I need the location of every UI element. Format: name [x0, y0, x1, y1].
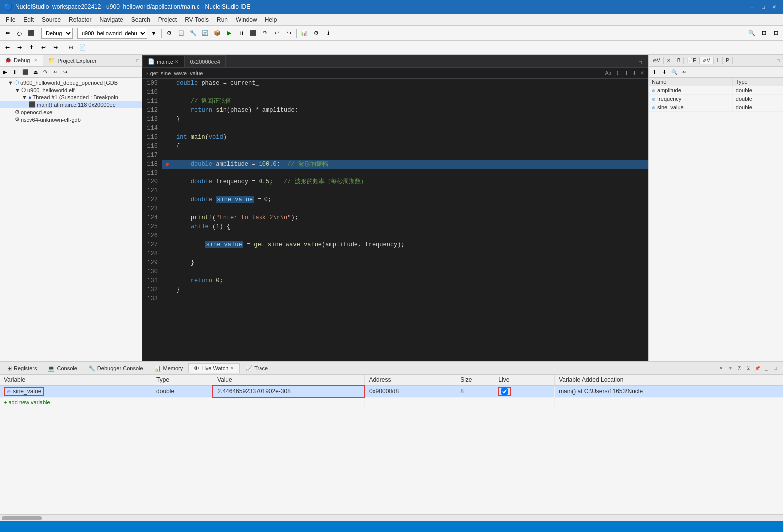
menu-run[interactable]: Run — [213, 15, 232, 24]
bottom-scrollbar[interactable] — [0, 514, 783, 521]
menu-rvtools[interactable]: RV-Tools — [181, 15, 213, 24]
toolbar-dropdown-arrow[interactable]: ▼ — [148, 28, 159, 39]
toolbar-stop[interactable]: ⬛ — [26, 28, 37, 39]
right-tab-p[interactable]: P — [723, 57, 733, 64]
toolbar-stepreturn[interactable]: ↪ — [283, 28, 294, 39]
var-btn2[interactable]: ⬇ — [660, 68, 669, 76]
tree-item-thread[interactable]: ▼ ● Thread #1 (Suspended : Breakpoin — [0, 94, 142, 101]
panel-maximize-btn[interactable]: □ — [134, 57, 142, 65]
tab-memory[interactable]: 📊 Memory — [149, 363, 189, 373]
lw-row-add-variable[interactable]: + add new variable — [0, 397, 783, 407]
right-tab-b[interactable]: ✕ — [664, 57, 674, 64]
toolbar-info[interactable]: ℹ — [323, 28, 334, 39]
menu-project[interactable]: Project — [154, 15, 181, 24]
menu-refactor[interactable]: Refactor — [65, 15, 95, 24]
toolbar-run[interactable]: ▶ — [224, 28, 235, 39]
right-tab-v2[interactable]: 📄E — [684, 57, 700, 64]
lw-row-sine-value[interactable]: ⊛ sine_value double 2.4464659233701902e-… — [0, 385, 783, 397]
toolbar-stepover[interactable]: ↩ — [271, 28, 282, 39]
tree-item-openocd[interactable]: ⚙ openocd.exe — [0, 108, 142, 116]
bottom-scrollbar-thumb[interactable] — [2, 516, 42, 520]
toolbar-stop2[interactable]: ⬛ — [248, 28, 259, 39]
breadcrumb-text[interactable]: get_sine_wave_value — [150, 70, 203, 76]
right-tab-v3[interactable]: ✐V — [700, 57, 714, 64]
tree-item-debug-session[interactable]: ▼ ⬡ u900_helloworld_debug_openocd [GDB — [0, 79, 142, 86]
breadcrumb-btn2[interactable]: ⭥ — [615, 70, 620, 76]
panel-minimize-btn[interactable]: _ — [125, 57, 133, 65]
toolbar2-next[interactable]: ➡ — [14, 42, 25, 53]
toolbar-back[interactable]: ⬅ — [2, 28, 13, 39]
bottom-panel-minimize[interactable]: _ — [762, 364, 770, 372]
menu-window[interactable]: Window — [232, 15, 261, 24]
tree-item-gdb[interactable]: ⚙ riscv64-unknown-elf-gdb — [0, 116, 142, 123]
toolbar-layout[interactable]: ⊞ — [758, 28, 769, 39]
debug-suspend-btn[interactable]: ⏸ — [11, 68, 20, 76]
editor-minimize-btn[interactable]: _ — [623, 57, 633, 67]
bottom-panel-btn2[interactable]: ≋ — [726, 364, 734, 372]
bottom-panel-btn1[interactable]: ✕ — [717, 364, 725, 372]
tab-debug[interactable]: 🐞 Debug ✕ — [0, 55, 43, 66]
toolbar2-btn4[interactable]: 📄 — [77, 42, 88, 53]
close-mainc[interactable]: ✕ — [175, 59, 179, 64]
toolbar2-btn3[interactable]: ⊛ — [65, 42, 76, 53]
tree-item-main[interactable]: ⬛ main() at main.c:118 0x20000ee — [0, 101, 142, 108]
debug-close[interactable]: ✕ — [34, 58, 38, 63]
right-tab-e[interactable]: B — [674, 57, 684, 64]
toolbar-forward[interactable]: ⭮ — [14, 28, 25, 39]
toolbar2-up[interactable]: ⬆ — [26, 42, 37, 53]
var-btn4[interactable]: ↩ — [680, 68, 689, 76]
tab-console[interactable]: 💻 Console — [42, 363, 82, 373]
toolbar-step[interactable]: ↷ — [260, 28, 270, 39]
breadcrumb-close[interactable]: ✕ — [640, 70, 644, 76]
debug-resume-btn[interactable]: ▶ — [1, 68, 10, 76]
tab-trace[interactable]: 📈 Trace — [240, 363, 273, 373]
toolbar-btn2[interactable]: 📋 — [176, 28, 187, 39]
maximize-button[interactable]: □ — [758, 2, 768, 11]
var-row-frequency[interactable]: ⊛ frequency double — [649, 95, 783, 103]
add-variable-btn[interactable]: + add new variable — [4, 399, 50, 405]
toolbar-search[interactable]: 🔍 — [746, 28, 757, 39]
toolbar-btn3[interactable]: 🔧 — [188, 28, 199, 39]
var-btn1[interactable]: ⬆ — [650, 68, 659, 76]
tab-project-explorer[interactable]: 📁 Project Explorer — [43, 55, 102, 66]
close-live-watch[interactable]: ✕ — [230, 366, 234, 371]
editor-tab-address[interactable]: 0x20000ee4 — [184, 55, 226, 67]
right-tab-l[interactable]: L — [714, 57, 723, 64]
menu-navigate[interactable]: Navigate — [95, 15, 127, 24]
debug-terminate-btn[interactable]: ⬛ — [21, 68, 30, 76]
toolbar2-btn2[interactable]: ↪ — [50, 42, 61, 53]
menu-source[interactable]: Source — [38, 15, 65, 24]
close-button[interactable]: ✕ — [769, 2, 779, 11]
toolbar-pause[interactable]: ⏸ — [236, 28, 247, 39]
right-panel-maximize[interactable]: □ — [774, 57, 782, 65]
bottom-panel-btn3[interactable]: ⊼ — [735, 364, 743, 372]
toolbar-btn4[interactable]: 🔄 — [200, 28, 211, 39]
menu-search[interactable]: Search — [127, 15, 154, 24]
var-btn3[interactable]: 🔍 — [670, 68, 679, 76]
right-tab-v1[interactable]: ⊛V — [650, 57, 664, 64]
bottom-panel-pin[interactable]: 📌 — [753, 364, 761, 372]
run-config-dropdown[interactable]: u900_helloworld_debug_... — [77, 28, 147, 39]
menu-file[interactable]: File — [2, 15, 19, 24]
editor-tab-mainc[interactable]: 📄 main.c ✕ — [142, 55, 184, 67]
minimize-button[interactable]: ─ — [747, 2, 757, 11]
tab-debugger-console[interactable]: 🔧 Debugger Console — [83, 363, 149, 373]
bottom-panel-btn4[interactable]: ⊻ — [744, 364, 752, 372]
toolbar-settings[interactable]: ⚙ — [311, 28, 322, 39]
right-panel-minimize[interactable]: _ — [765, 57, 773, 65]
tab-live-watch[interactable]: 👁 Live Watch ✕ — [188, 363, 240, 373]
toolbar-layout2[interactable]: ⊟ — [770, 28, 781, 39]
tab-registers[interactable]: ⊞ Registers — [2, 363, 42, 373]
toolbar2-prev[interactable]: ⬅ — [2, 42, 13, 53]
toolbar-btn5[interactable]: 📦 — [212, 28, 223, 39]
live-checkbox[interactable] — [501, 388, 508, 395]
bottom-panel-maximize[interactable]: □ — [771, 364, 779, 372]
var-row-amplitude[interactable]: ⊛ amplitude double — [649, 86, 783, 95]
menu-edit[interactable]: Edit — [19, 15, 38, 24]
editor-maximize-btn[interactable]: □ — [635, 57, 645, 67]
code-editor[interactable]: 109 double phase = current_ 110 111 // 返… — [142, 79, 648, 361]
var-row-sine-value[interactable]: ⊛ sine_value double — [649, 103, 783, 112]
breadcrumb-btn1[interactable]: Aa — [605, 70, 611, 76]
debug-stepover-btn[interactable]: ↩ — [51, 68, 60, 76]
tree-item-elf[interactable]: ▼ ⬡ u900_helloworld.elf — [0, 86, 142, 94]
